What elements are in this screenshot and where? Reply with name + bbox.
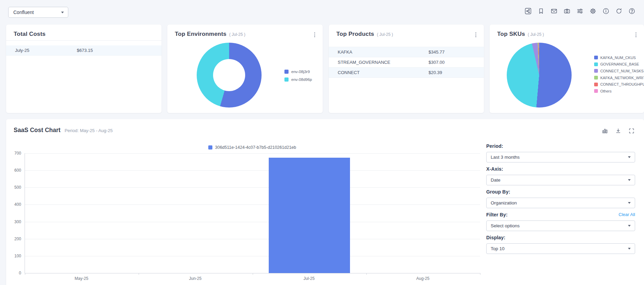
fullscreen-icon[interactable] (629, 128, 634, 134)
top-products-card: Top Products ( Jul-25 ) KAFKA$345.77STRE… (329, 25, 484, 113)
gridline (25, 204, 480, 205)
mail-icon[interactable] (551, 8, 557, 14)
sliders-icon[interactable] (577, 8, 583, 14)
axis-tick (139, 273, 139, 275)
card-period-label: ( Jul-25 ) (229, 32, 245, 37)
legend-swatch (594, 56, 598, 59)
group-by-select-value: Organization (491, 200, 517, 205)
total-costs-table: July-25$673.15 (6, 45, 162, 56)
row-value: $345.77 (429, 49, 445, 55)
card-title: Top Environments (175, 31, 226, 38)
card-period-label: ( Jul-25 ) (528, 32, 544, 37)
gridline (25, 170, 480, 171)
download-icon[interactable] (615, 128, 621, 134)
top-products-table: KAFKA$345.77STREAM_GOVERNANCE$307.00CONN… (329, 47, 484, 78)
legend-item: Others (594, 88, 644, 95)
y-tick-label: 300 (14, 219, 21, 224)
legend-label: GOVERNANCE_BASE (600, 62, 639, 66)
top-environments-donut-chart (197, 43, 262, 108)
y-axis-labels: 0100200300400500600700 (6, 153, 21, 273)
table-row: KAFKA$345.77 (329, 47, 484, 57)
group-by-control: Group By:Organization (486, 189, 635, 208)
y-tick-label: 200 (14, 237, 21, 241)
filter-by-control: Filter By:Clear AllSelect options (486, 212, 635, 231)
bar-chart-icon[interactable] (602, 128, 608, 134)
card-header: Total Costs (6, 25, 162, 38)
display-select-value: Top 10 (491, 246, 505, 251)
chart-controls-panel: Period:Last 3 monthsX-Axis:DateGroup By:… (486, 143, 635, 257)
legend-label: CONNECT_NUM_TASKS (600, 69, 644, 73)
row-value: $20.39 (429, 70, 442, 75)
display-control: Display:Top 10 (486, 234, 635, 254)
org-selector[interactable]: Confluent (8, 7, 68, 18)
bar-Jul-25 (269, 158, 350, 273)
filter-by-select[interactable]: Select options (486, 220, 635, 231)
card-header: Top Products ( Jul-25 ) (329, 25, 484, 39)
row-label: KAFKA (329, 49, 429, 55)
legend-label: KAFKA_NETWORK_WRITE (600, 76, 644, 80)
x-tick-label: May-25 (61, 276, 102, 281)
x-axis-select-value: Date (491, 177, 501, 183)
cost-dashboard: Confluent Total Costs July-25$673.15 Top… (0, 0, 644, 285)
row-value: $673.15 (77, 48, 93, 53)
group-by-select[interactable]: Organization (486, 198, 635, 208)
gridline (25, 153, 480, 154)
period-control: Period:Last 3 months (486, 143, 635, 162)
control-label-row: X-Axis: (486, 166, 635, 172)
chevron-down-icon (628, 248, 631, 250)
donut-hole (213, 59, 245, 91)
top-skus-pie-chart (507, 43, 572, 108)
card-header: Top SKUs ( Jul-25 ) (490, 25, 644, 39)
gridline (25, 187, 480, 188)
display-select[interactable]: Top 10 (486, 243, 635, 254)
info-icon[interactable] (603, 8, 609, 14)
legend-label: KAFKA_NUM_CKUS (600, 56, 636, 60)
table-row: July-25$673.15 (6, 45, 162, 56)
legend-item: CONNECT_NUM_TASKS (594, 68, 644, 74)
chevron-down-icon (628, 156, 631, 158)
bookmark-icon[interactable] (538, 8, 544, 14)
chart-toolbar (602, 128, 634, 134)
refresh-icon[interactable] (616, 8, 622, 14)
legend-swatch (284, 70, 289, 74)
legend-swatch (594, 89, 598, 93)
legend-item: env-08d96p (284, 75, 312, 83)
legend-item: CONNECT_THROUGHPUT (594, 81, 644, 88)
kebab-menu-icon[interactable] (312, 31, 317, 39)
y-tick-label: 500 (14, 185, 21, 190)
axis-tick (366, 273, 367, 275)
kebab-menu-icon[interactable] (473, 31, 478, 39)
row-label: CONNECT (329, 70, 429, 75)
x-axis-select[interactable]: Date (486, 175, 635, 185)
row-label: STREAM_GOVERNANCE (329, 60, 429, 65)
settings-icon[interactable] (590, 8, 596, 14)
kebab-menu-icon[interactable] (633, 31, 639, 39)
saas-cost-chart-card: SaaS Cost Chart Period: May-25 - Aug-25 … (6, 119, 644, 285)
gridline (25, 256, 480, 256)
legend-swatch (594, 69, 598, 73)
filter-by-label: Filter By: (486, 212, 508, 217)
period-label: Period: (486, 143, 503, 149)
section-header: SaaS Cost Chart Period: May-25 - Aug-25 (14, 127, 113, 134)
clear-all-link[interactable]: Clear All (619, 212, 635, 217)
filter-by-select-value: Select options (491, 223, 520, 228)
table-row: CONNECT$20.39 (329, 68, 484, 78)
x-tick-label: Aug-25 (402, 276, 443, 281)
row-value: $307.00 (429, 60, 445, 65)
period-select-value: Last 3 months (491, 155, 520, 160)
card-period-label: ( Jul-25 ) (377, 32, 393, 37)
legend-label: Others (600, 89, 612, 93)
camera-icon[interactable] (564, 8, 570, 14)
share-icon[interactable] (525, 8, 531, 14)
period-select[interactable]: Last 3 months (486, 152, 635, 162)
legend-series-label: 306d511e-1424-4c07-b7b5-d210261d21eb (215, 145, 296, 150)
legend-label: env-08j3r9 (291, 70, 310, 74)
legend-swatch (594, 76, 598, 80)
top-environments-card: Top Environments ( Jul-25 ) env-08j3r9en… (167, 25, 323, 113)
help-icon[interactable] (629, 8, 635, 14)
control-label-row: Group By: (486, 189, 635, 195)
y-tick-label: 700 (14, 151, 21, 156)
display-label: Display: (486, 235, 505, 240)
x-axis-control: X-Axis:Date (486, 166, 635, 185)
bar-chart-plot-area (25, 153, 480, 273)
